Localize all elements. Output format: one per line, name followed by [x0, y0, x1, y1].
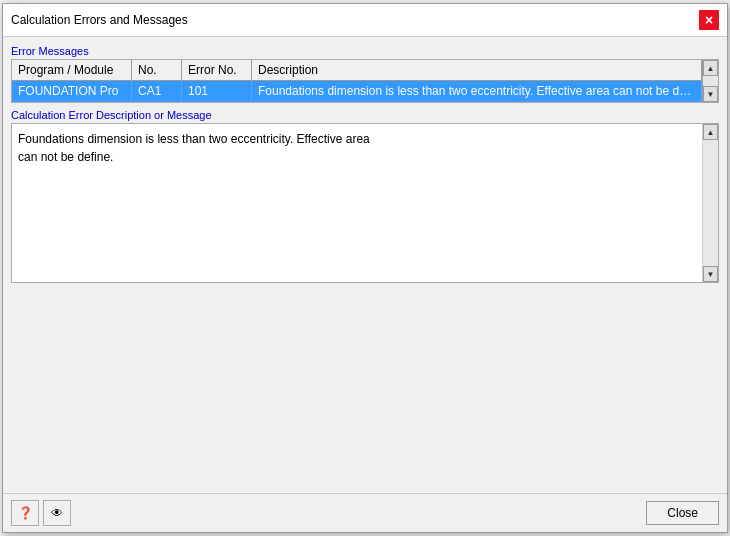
table-cell: CA1 [132, 81, 182, 102]
dialog-footer: ❓ 👁 Close [3, 493, 727, 532]
table-cell: FOUNDATION Pro [12, 81, 132, 102]
col-header-errorno: Error No. [182, 60, 252, 80]
description-inner: Foundations dimension is less than two e… [12, 124, 718, 282]
help-icon-button[interactable]: ❓ [11, 500, 39, 526]
table-cell: 101 [182, 81, 252, 102]
scroll-up-btn[interactable]: ▲ [703, 60, 718, 76]
title-bar: Calculation Errors and Messages × [3, 4, 727, 37]
close-dialog-button[interactable]: Close [646, 501, 719, 525]
description-panel: Foundations dimension is less than two e… [11, 123, 719, 283]
footer-icons: ❓ 👁 [11, 500, 71, 526]
dialog-title: Calculation Errors and Messages [11, 13, 188, 27]
error-messages-panel: Program / Module No. Error No. Descripti… [11, 59, 719, 103]
scroll-down-btn[interactable]: ▼ [703, 86, 718, 102]
view-icon: 👁 [51, 506, 63, 520]
table-with-scroll: Program / Module No. Error No. Descripti… [12, 60, 718, 102]
description-scrollbar[interactable]: ▲ ▼ [702, 124, 718, 282]
table-scrollbar[interactable]: ▲ ▼ [702, 60, 718, 102]
table-body[interactable]: FOUNDATION ProCA1101Foundations dimensio… [12, 81, 702, 102]
col-header-no: No. [132, 60, 182, 80]
table-row[interactable]: FOUNDATION ProCA1101Foundations dimensio… [12, 81, 702, 102]
scroll-track [703, 76, 718, 86]
col-header-program: Program / Module [12, 60, 132, 80]
title-close-button[interactable]: × [699, 10, 719, 30]
error-messages-section: Error Messages Program / Module No. Erro… [11, 45, 719, 103]
table-container: Program / Module No. Error No. Descripti… [12, 60, 702, 102]
description-section: Calculation Error Description or Message… [11, 109, 719, 283]
desc-scroll-down-btn[interactable]: ▼ [703, 266, 718, 282]
error-messages-label: Error Messages [11, 45, 719, 57]
calculation-errors-dialog: Calculation Errors and Messages × Error … [2, 3, 728, 533]
dialog-body: Error Messages Program / Module No. Erro… [3, 37, 727, 493]
table-cell: Foundations dimension is less than two e… [252, 81, 702, 102]
help-icon: ❓ [18, 506, 33, 520]
table-header: Program / Module No. Error No. Descripti… [12, 60, 702, 81]
desc-scroll-track [703, 140, 718, 266]
desc-scroll-up-btn[interactable]: ▲ [703, 124, 718, 140]
description-label: Calculation Error Description or Message [11, 109, 719, 121]
view-icon-button[interactable]: 👁 [43, 500, 71, 526]
col-header-description: Description [252, 60, 702, 80]
description-text-content: Foundations dimension is less than two e… [12, 124, 702, 282]
